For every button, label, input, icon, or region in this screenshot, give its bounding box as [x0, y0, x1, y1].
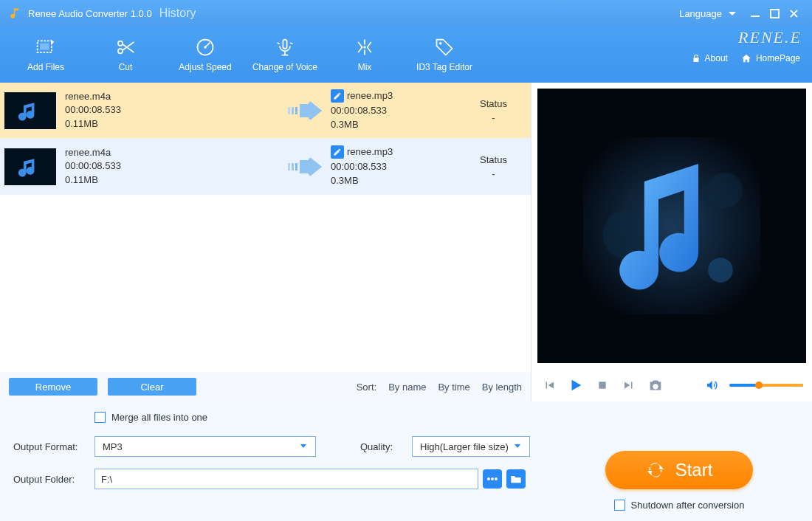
toolbar-label: Mix — [358, 62, 372, 72]
output-duration: 00:00:08.533 — [331, 160, 464, 173]
toolbar: Add Files Cut Adjust Speed Change of Voi… — [0, 27, 812, 83]
music-note-graphic — [583, 137, 760, 314]
svg-point-10 — [439, 42, 442, 45]
svg-rect-8 — [283, 40, 286, 49]
file-row[interactable]: renee.m4a 00:00:08.533 0.11MB renee.mp3 … — [0, 139, 531, 195]
svg-rect-15 — [10, 153, 50, 180]
edit-output-name-button[interactable] — [331, 145, 344, 159]
svg-point-4 — [118, 41, 123, 46]
start-label: Start — [675, 460, 713, 480]
volume-icon[interactable] — [703, 376, 720, 394]
toolbar-label: ID3 Tag Editor — [416, 62, 472, 72]
sort-by-length[interactable]: By length — [482, 382, 522, 393]
shutdown-checkbox[interactable] — [614, 500, 625, 511]
svg-rect-18 — [295, 163, 297, 170]
svg-rect-11 — [10, 97, 50, 124]
source-duration: 00:00:08.533 — [65, 159, 286, 173]
maximize-button[interactable] — [765, 6, 784, 21]
tag-icon — [434, 37, 455, 58]
svg-rect-23 — [599, 382, 605, 388]
mix-button[interactable]: Mix — [325, 27, 405, 83]
source-size: 0.11MB — [65, 117, 286, 131]
svg-rect-13 — [292, 107, 294, 114]
status-header: Status — [464, 98, 523, 109]
more-button[interactable] — [483, 469, 502, 489]
file-thumbnail — [4, 148, 56, 185]
sort-by-name[interactable]: By name — [388, 382, 426, 393]
output-name: renee.mp3 — [347, 145, 393, 159]
output-format-label: Output Format: — [13, 441, 94, 452]
svg-point-5 — [118, 49, 123, 53]
output-size: 0.3MB — [331, 118, 464, 131]
svg-rect-3 — [40, 44, 49, 50]
add-files-button[interactable]: Add Files — [6, 27, 86, 83]
chevron-down-icon — [513, 441, 522, 452]
source-size: 0.11MB — [65, 173, 286, 187]
status-value: - — [464, 112, 523, 123]
next-button[interactable] — [620, 376, 638, 394]
close-button[interactable] — [784, 6, 803, 21]
toolbar-label: Change of Voice — [252, 62, 317, 72]
minimize-button[interactable] — [746, 6, 765, 21]
snapshot-button[interactable] — [647, 376, 664, 394]
svg-rect-17 — [292, 163, 294, 170]
svg-point-22 — [708, 258, 733, 283]
svg-rect-1 — [770, 9, 778, 17]
scissors-icon — [115, 37, 136, 58]
titlebar: Renee Audio Converter 1.0.0 History Lang… — [0, 0, 812, 27]
svg-point-25 — [491, 477, 494, 480]
arrow-icon — [286, 157, 331, 176]
sort-by-time[interactable]: By time — [438, 382, 469, 393]
quality-label: Quality: — [360, 441, 412, 452]
film-add-icon — [35, 37, 56, 58]
quality-select[interactable]: High(Larger file size) — [412, 436, 530, 457]
chevron-down-icon — [299, 441, 308, 452]
merge-label: Merge all files into one — [111, 412, 207, 423]
output-duration: 00:00:08.533 — [331, 104, 464, 117]
home-icon — [741, 53, 751, 63]
output-folder-label: Output Folder: — [13, 474, 94, 485]
file-list: renee.m4a 00:00:08.533 0.11MB renee.mp3 … — [0, 83, 531, 372]
clear-button[interactable]: Clear — [108, 378, 196, 396]
svg-point-21 — [707, 173, 743, 208]
id3-tag-editor-button[interactable]: ID3 Tag Editor — [405, 27, 484, 83]
svg-point-26 — [495, 477, 498, 480]
status-value: - — [464, 168, 523, 179]
adjust-speed-button[interactable]: Adjust Speed — [165, 27, 245, 83]
status-column: Status - — [464, 98, 523, 123]
cut-button[interactable]: Cut — [86, 27, 165, 83]
merge-checkbox[interactable] — [94, 412, 106, 423]
play-button[interactable] — [567, 376, 585, 394]
about-link[interactable]: About — [692, 53, 728, 63]
svg-rect-12 — [288, 107, 290, 114]
volume-slider[interactable] — [729, 384, 803, 387]
browse-folder-button[interactable] — [506, 469, 526, 489]
status-header: Status — [464, 154, 523, 165]
mixer-icon — [354, 37, 375, 58]
output-format-select[interactable]: MP3 — [94, 436, 316, 457]
output-folder-input[interactable]: F:\ — [94, 469, 478, 489]
output-size: 0.3MB — [331, 174, 464, 187]
file-row[interactable]: renee.m4a 00:00:08.533 0.11MB renee.mp3 … — [0, 83, 531, 139]
output-name: renee.mp3 — [347, 89, 393, 103]
output-info: renee.mp3 00:00:08.533 0.3MB — [331, 145, 464, 187]
homepage-link[interactable]: HomePage — [741, 53, 800, 63]
source-duration: 00:00:08.533 — [65, 103, 286, 117]
change-of-voice-button[interactable]: Change of Voice — [245, 27, 325, 83]
language-menu[interactable]: Language — [679, 8, 737, 19]
prev-button[interactable] — [540, 376, 558, 394]
chevron-down-icon — [728, 9, 737, 18]
svg-point-7 — [204, 46, 207, 49]
lock-icon — [692, 54, 701, 63]
bottom-panel: Merge all files into one Output Format: … — [0, 401, 812, 521]
svg-rect-0 — [751, 15, 760, 17]
history-link[interactable]: History — [159, 7, 196, 20]
start-button[interactable]: Start — [605, 451, 753, 489]
remove-button[interactable]: Remove — [9, 378, 97, 396]
source-info: renee.m4a 00:00:08.533 0.11MB — [65, 90, 286, 131]
edit-output-name-button[interactable] — [331, 89, 344, 103]
stop-button[interactable] — [593, 376, 611, 394]
svg-point-9 — [363, 46, 366, 49]
source-name: renee.m4a — [65, 90, 286, 103]
source-name: renee.m4a — [65, 146, 286, 159]
